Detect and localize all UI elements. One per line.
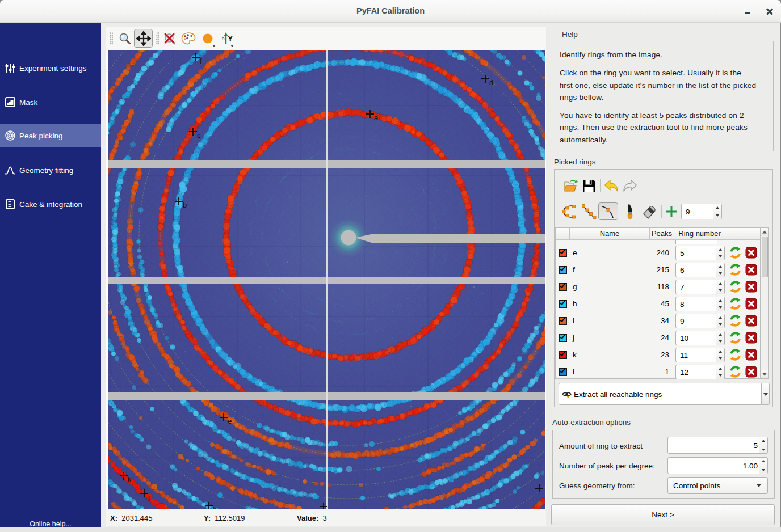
svg-text:j: j [148,493,150,501]
svg-text:f: f [200,57,202,65]
svg-text:0: 0 [222,36,225,41]
svg-text:b: b [183,201,187,209]
svg-text:d: d [489,78,493,87]
svg-text:h: h [213,505,217,509]
svg-text:c: c [197,131,201,140]
svg-text:a: a [374,113,379,122]
svg-text:Y: Y [228,34,233,43]
svg-text:e: e [228,417,232,425]
svg-text:k: k [128,475,132,484]
